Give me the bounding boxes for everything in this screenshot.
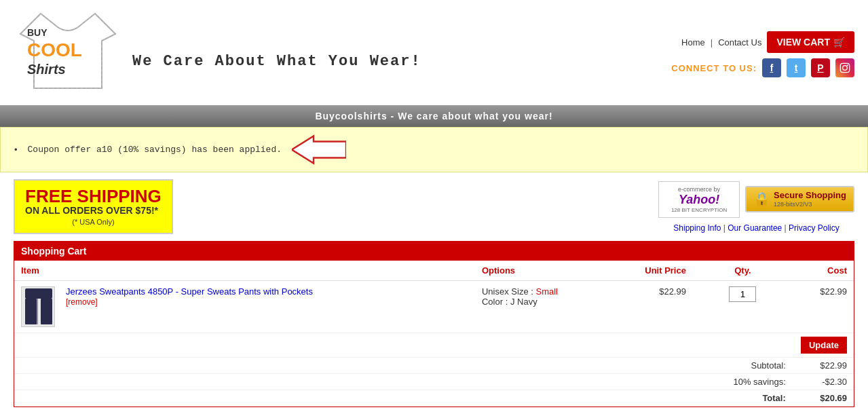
subtotal-empty	[14, 358, 693, 374]
yahoo-badge-bot: 128 BIT ENCRYPTION	[666, 207, 732, 213]
svg-marker-3	[292, 136, 346, 164]
table-row: Jerzees Sweatpants 4850P - Super Sweats …	[14, 281, 854, 333]
twitter-link[interactable]: t	[787, 58, 806, 77]
keep-shopping-area: « Keep Shopping	[0, 407, 868, 414]
update-button[interactable]: Update	[801, 337, 847, 354]
home-link[interactable]: Home	[681, 37, 705, 48]
cart-table: Item Options Unit Price Qty. Cost	[14, 261, 854, 407]
shipping-info-link[interactable]: Shipping Info	[673, 223, 721, 233]
col-cost: Cost	[793, 261, 854, 281]
col-qty: Qty.	[693, 261, 793, 281]
yahoo-logo: Yahoo!	[666, 193, 732, 207]
svg-point-2	[847, 64, 848, 66]
option-color-label: Color :	[482, 297, 508, 307]
cart-table-header-row: Item Options Unit Price Qty. Cost	[14, 261, 854, 281]
total-row: Total: $20.69	[14, 390, 854, 407]
qty-cell	[693, 281, 793, 333]
item-details: Jerzees Sweatpants 4850P - Super Sweats …	[66, 286, 313, 307]
secure-text: Secure Shopping	[774, 191, 846, 200]
secure-text-container: Secure Shopping 128-bitsV2/V3	[774, 191, 846, 207]
page-header: BUY COOL Shirts We Care About What You W…	[0, 0, 868, 105]
connect-label: CONNECT TO US:	[671, 63, 757, 73]
item-cell-inner: Jerzees Sweatpants 4850P - Super Sweats …	[21, 286, 468, 327]
logo-buy: BUY	[27, 27, 48, 38]
facebook-link[interactable]: f	[762, 58, 781, 77]
cart-header: Shopping Cart	[14, 242, 854, 261]
connect-row: CONNECT TO US: f t P	[671, 58, 854, 77]
pants-icon	[22, 287, 56, 328]
view-cart-label: VIEW CART	[776, 37, 830, 48]
option-color-value: J Navy	[510, 297, 537, 307]
guarantee-link[interactable]: Our Guarantee	[728, 223, 782, 233]
free-shipping-box: FREE SHIPPING ON ALL ORDERS OVER $75!* (…	[14, 179, 173, 234]
svg-point-1	[843, 66, 848, 71]
free-shipping-note: (* USA Only)	[25, 218, 162, 226]
nav-bar-text: Buycoolshirts - We care about what you w…	[315, 111, 552, 121]
coupon-text: Coupon offer a10 (10% savings) has been …	[28, 145, 282, 155]
badges-area: e-commerce by Yahoo! 128 BIT ENCRYPTION …	[658, 181, 854, 233]
option-size-value: Small	[535, 286, 558, 297]
logo-shirts: Shirts	[27, 61, 82, 77]
col-unit-price: Unit Price	[610, 261, 693, 281]
secure-subtext: 128-bitsV2/V3	[774, 201, 846, 208]
links-row: Shipping Info | Our Guarantee | Privacy …	[673, 223, 839, 233]
item-thumbnail	[21, 286, 55, 327]
option-size-label: Unisex Size :	[482, 286, 533, 297]
tagline: We Care About What You Wear!	[132, 53, 421, 70]
logo-container: BUY COOL Shirts	[14, 7, 122, 102]
savings-row: 10% savings: -$2.30	[14, 374, 854, 390]
col-options: Options	[475, 261, 610, 281]
view-cart-button[interactable]: VIEW CART 🛒	[767, 31, 854, 53]
yahoo-badge: e-commerce by Yahoo! 128 BIT ENCRYPTION	[658, 181, 740, 218]
coupon-notice: • Coupon offer a10 (10% savings) has bee…	[0, 127, 868, 172]
subtotal-value: $22.99	[793, 358, 854, 374]
bullet: •	[14, 145, 18, 155]
cost-cell: $22.99	[793, 281, 854, 333]
instagram-icon	[839, 62, 850, 73]
cart-icon: 🛒	[833, 37, 845, 48]
remove-link[interactable]: [remove]	[66, 297, 98, 307]
lock-icon: 🔒	[753, 191, 770, 207]
item-name-link[interactable]: Jerzees Sweatpants 4850P - Super Sweats …	[66, 286, 313, 297]
savings-empty	[14, 374, 693, 390]
free-shipping-subtitle: ON ALL ORDERS OVER $75!*	[25, 205, 162, 216]
total-empty	[14, 390, 693, 407]
svg-rect-0	[840, 63, 849, 72]
logo-text: BUY COOL Shirts	[27, 27, 82, 77]
svg-rect-5	[25, 299, 37, 324]
subtotal-label: Subtotal:	[693, 358, 793, 374]
savings-label: 10% savings:	[693, 374, 793, 390]
savings-value: -$2.30	[793, 374, 854, 390]
qty-input[interactable]	[729, 286, 756, 302]
col-item: Item	[14, 261, 475, 281]
update-cell: Update	[693, 333, 854, 358]
svg-rect-4	[25, 288, 52, 299]
update-row: Update	[14, 333, 854, 358]
contact-link[interactable]: Contact Us	[718, 37, 761, 48]
item-cell: Jerzees Sweatpants 4850P - Super Sweats …	[14, 281, 475, 333]
header-nav: Home | Contact Us VIEW CART 🛒	[681, 31, 854, 53]
options-cell: Unisex Size : Small Color : J Navy	[475, 281, 610, 333]
header-right: Home | Contact Us VIEW CART 🛒 CONNECT TO…	[671, 31, 854, 77]
total-label: Total:	[693, 390, 793, 407]
secure-badge: 🔒 Secure Shopping 128-bitsV2/V3	[745, 186, 854, 212]
yahoo-badge-top: e-commerce by	[666, 186, 732, 193]
free-shipping-title: FREE SHIPPING	[25, 187, 162, 205]
privacy-policy-link[interactable]: Privacy Policy	[789, 223, 839, 233]
total-value: $20.69	[793, 390, 854, 407]
header-left: BUY COOL Shirts We Care About What You W…	[14, 7, 421, 102]
cart-header-label: Shopping Cart	[21, 246, 86, 257]
svg-rect-6	[41, 299, 52, 324]
logo-cool: COOL	[27, 39, 82, 62]
badges-row: e-commerce by Yahoo! 128 BIT ENCRYPTION …	[658, 181, 854, 218]
unit-price-cell: $22.99	[610, 281, 693, 333]
promo-row: FREE SHIPPING ON ALL ORDERS OVER $75!* (…	[0, 172, 868, 241]
nav-bar: Buycoolshirts - We care about what you w…	[0, 105, 868, 127]
arrow-indicator	[292, 134, 346, 165]
update-empty-cell	[14, 333, 693, 358]
nav-separator: |	[711, 37, 713, 48]
subtotal-row: Subtotal: $22.99	[14, 358, 854, 374]
pinterest-link[interactable]: P	[811, 58, 830, 77]
cart-section: Shopping Cart Item Options Unit Price Qt…	[14, 241, 854, 407]
instagram-link[interactable]	[835, 58, 854, 77]
